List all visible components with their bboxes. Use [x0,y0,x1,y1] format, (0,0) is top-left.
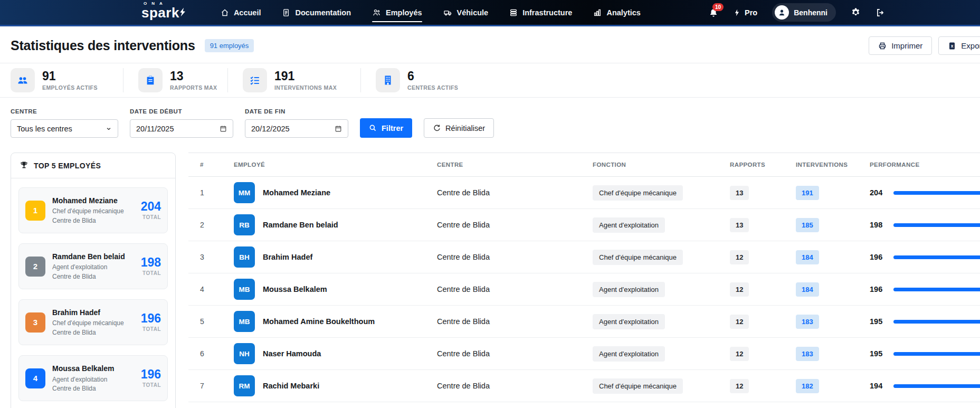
stat-value: 191 [274,70,337,83]
refresh-icon [433,124,441,132]
users-icon [11,68,35,92]
total-label: TOTAL [141,382,161,388]
notifications-button[interactable]: 10 [709,8,718,17]
stat-rapports-max: 13 RAPPORTS MAX [123,68,227,92]
interventions-badge[interactable]: 183 [796,347,819,361]
employee-avatar: BH [234,246,255,268]
column-header-performance: PERFORMANCE [861,162,980,168]
fonction-badge: Agent d'exploitation [593,346,665,362]
rapports-badge: 12 [730,250,749,264]
employee-name: Ramdane Ben belaid [52,251,125,262]
print-button[interactable]: Imprimer [869,36,932,55]
people-icon [372,8,381,17]
interventions-badge[interactable]: 182 [796,379,819,393]
performance-bar [893,320,980,324]
rank-badge: 3 [25,312,45,333]
column-header-index: # [188,162,225,168]
table-row[interactable]: 2 RB Ramdane Ben belaid Centre de Blida … [188,209,980,241]
employee-avatar: RB [234,214,255,235]
performance-bar [893,255,980,259]
performance-value: 198 [870,221,886,229]
nav-item-documentation[interactable]: Documentation [282,5,351,20]
employee-role: Agent d'exploitation [52,263,125,272]
row-index: 1 [188,188,225,197]
rank-badge: 1 [25,201,45,221]
performance-value: 195 [870,349,886,358]
rank-badge: 4 [25,368,45,388]
employee-name: Moussa Belkalem [263,285,327,293]
reset-button[interactable]: Réinitialiser [424,118,494,138]
employee-name: Mohamed Meziane [263,188,330,197]
row-index: 3 [188,253,225,261]
employee-name: Moussa Belkalem [52,363,115,374]
employee-name: Ramdane Ben belaid [263,221,338,229]
table-header-row: # EMPLOYÉ CENTRE FONCTION RAPPORTS INTER… [188,153,980,177]
nav-item-accueil[interactable]: Accueil [221,5,261,20]
table-row[interactable]: 3 BH Brahim Hadef Centre de Blida Chef d… [188,241,980,273]
employee-centre: Centre de Blida [429,317,584,326]
centre-select[interactable]: Tous les centres [11,119,118,138]
stats-strip: 91 EMPLOYÉS ACTIFS 13 RAPPORTS MAX 191 I… [0,63,980,98]
rapports-badge: 12 [730,282,749,297]
top5-list: 1 Mohamed Meziane Chef d'équipe mécaniqu… [11,178,175,408]
search-icon [369,124,377,132]
nav-item-infrastructure[interactable]: Infrastructure [509,5,572,20]
user-menu[interactable]: Benhenni [772,3,836,22]
interventions-badge[interactable]: 183 [796,315,819,329]
filter-button[interactable]: Filtrer [360,118,412,138]
fonction-badge: Agent d'exploitation [593,314,665,329]
performance-bar [893,223,980,227]
clipboard-icon [138,68,163,92]
employee-avatar: MB [234,279,255,300]
row-index: 7 [188,382,225,390]
server-stack-icon [509,8,518,17]
interventions-badge[interactable]: 191 [796,186,819,200]
settings-button[interactable] [851,7,861,17]
rapports-badge: 12 [730,379,749,393]
date-start-label: DATE DE DÉBUT [130,108,233,115]
column-header-rapports: RAPPORTS [721,162,787,168]
stat-employes-actifs: 91 EMPLOYÉS ACTIFS [11,68,123,92]
performance-value: 196 [870,253,886,261]
interventions-badge[interactable]: 184 [796,282,819,297]
nav-item-employes[interactable]: Employés [372,5,422,20]
trophy-icon [20,161,28,170]
total-label: TOTAL [141,270,161,276]
interventions-badge[interactable]: 185 [796,218,819,232]
table-row[interactable]: 5 MB Mohamed Amine Boukelthoum Centre de… [188,306,980,338]
brand-logo[interactable]: ONA spark [141,6,188,20]
nav-right-cluster: 10 Pro Benhenni [709,3,885,22]
table-row[interactable]: 7 RM Rachid Mebarki Centre de Blida Chef… [188,370,980,402]
employee-name: Mohamed Amine Boukelthoum [263,317,375,326]
top5-employee-card: 3 Brahim Hadef Chef d'équipe mécanique C… [18,299,168,345]
date-start-input[interactable]: 20/11/2025 [130,119,233,138]
table-row[interactable]: 1 MM Mohamed Meziane Centre de Blida Che… [188,177,980,209]
date-end-input[interactable]: 20/12/2025 [245,119,348,138]
table-row[interactable]: 6 NH Naser Hamouda Centre de Blida Agent… [188,338,980,370]
employee-name: Brahim Hadef [52,307,124,318]
row-index: 5 [188,317,225,326]
performance-value: 195 [870,317,886,326]
user-name: Benhenni [794,8,827,17]
rapports-badge: 12 [730,315,749,329]
export-button[interactable]: x Exporter [938,36,980,55]
logout-button[interactable] [876,8,885,17]
interventions-badge[interactable]: 184 [796,250,819,264]
pro-button[interactable]: Pro [733,8,757,17]
fonction-badge: Chef d'équipe mécanique [593,250,683,265]
nav-item-vehicule[interactable]: Véhicule [443,5,489,20]
performance-bar-track [893,255,980,259]
employee-centre: Centre de Blida [52,216,124,225]
employee-avatar: MB [234,311,255,332]
centre-filter-label: CENTRE [11,108,118,115]
table-row[interactable]: 4 MB Moussa Belkalem Centre de Blida Age… [188,273,980,306]
brand-name-text: spark [141,6,179,20]
performance-value: 194 [870,382,886,390]
stat-value: 91 [42,70,98,83]
stat-value: 6 [407,70,458,83]
performance-value: 204 [870,188,886,197]
nav-item-analytics[interactable]: Analytics [593,5,640,20]
date-end-label: DATE DE FIN [245,108,348,115]
table-body: 1 MM Mohamed Meziane Centre de Blida Che… [188,177,980,402]
rapports-badge: 13 [730,186,749,200]
